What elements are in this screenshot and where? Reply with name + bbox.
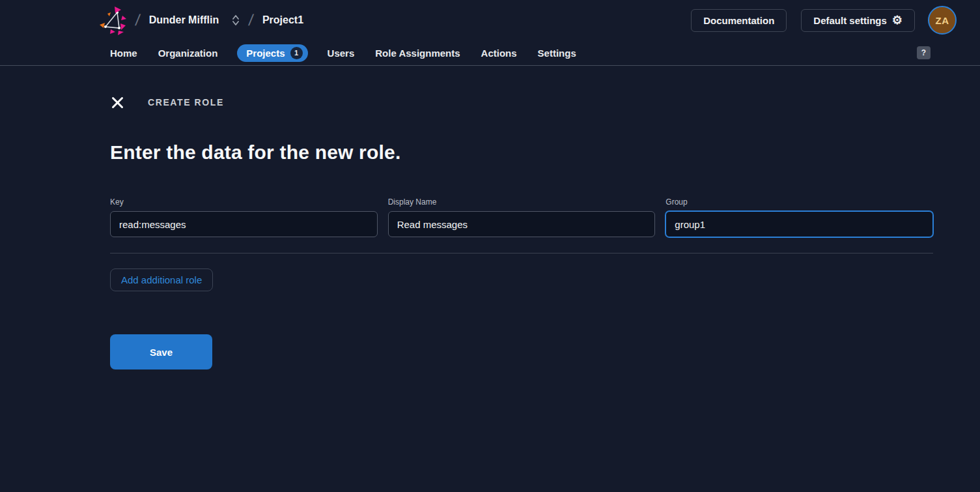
panel-header: CREATE ROLE <box>110 95 933 109</box>
breadcrumb-separator: / <box>134 11 141 29</box>
save-button[interactable]: Save <box>110 334 212 369</box>
role-fields-row: Key Display Name Group <box>110 197 933 237</box>
tab-users[interactable]: Users <box>326 45 356 61</box>
help-button[interactable]: ? <box>917 46 931 59</box>
group-field-label: Group <box>665 197 933 207</box>
user-avatar[interactable]: ZA <box>928 6 957 35</box>
logo-icon <box>99 5 128 35</box>
tab-settings[interactable]: Settings <box>537 45 578 61</box>
create-role-panel: CREATE ROLE Enter the data for the new r… <box>0 95 980 369</box>
display-name-field-label: Display Name <box>388 197 656 207</box>
key-field-label: Key <box>110 197 378 207</box>
main-nav: Home Organization Projects 1 Users Role … <box>0 40 980 66</box>
tab-role-assignments[interactable]: Role Assignments <box>374 45 461 61</box>
documentation-button[interactable]: Documentation <box>691 9 787 32</box>
app-header: / Dunder Mifflin / Project1 Documentatio… <box>0 0 980 40</box>
group-input[interactable] <box>665 211 933 237</box>
breadcrumb-project-label[interactable]: Project1 <box>262 14 303 26</box>
default-settings-button-label: Default settings <box>813 15 887 26</box>
page-heading: Enter the data for the new role. <box>110 141 933 164</box>
tab-organization[interactable]: Organization <box>157 45 219 61</box>
display-name-input[interactable] <box>388 211 656 237</box>
tab-home[interactable]: Home <box>109 45 139 61</box>
tab-projects-badge: 1 <box>290 47 303 59</box>
app-logo[interactable] <box>99 5 128 36</box>
default-settings-button[interactable]: Default settings ⚙ <box>801 9 915 32</box>
breadcrumb-org-selector[interactable]: Dunder Mifflin <box>149 14 240 26</box>
close-icon <box>111 96 124 109</box>
panel-title: CREATE ROLE <box>148 97 224 108</box>
group-field-group: Group <box>665 197 933 237</box>
gear-icon: ⚙ <box>892 14 903 26</box>
close-button[interactable] <box>110 95 124 109</box>
section-divider <box>110 253 933 253</box>
tab-projects-label: Projects <box>246 48 285 59</box>
breadcrumb-separator: / <box>247 11 255 29</box>
add-additional-role-button[interactable]: Add additional role <box>110 268 213 291</box>
tab-actions[interactable]: Actions <box>480 45 518 61</box>
documentation-button-label: Documentation <box>703 15 774 26</box>
tab-projects[interactable]: Projects 1 <box>237 44 307 62</box>
breadcrumb-org-label: Dunder Mifflin <box>149 14 219 26</box>
key-field-group: Key <box>110 197 378 237</box>
display-name-field-group: Display Name <box>388 197 656 237</box>
chevron-updown-icon <box>232 15 240 25</box>
key-input[interactable] <box>110 211 378 237</box>
avatar-initials: ZA <box>936 15 949 26</box>
